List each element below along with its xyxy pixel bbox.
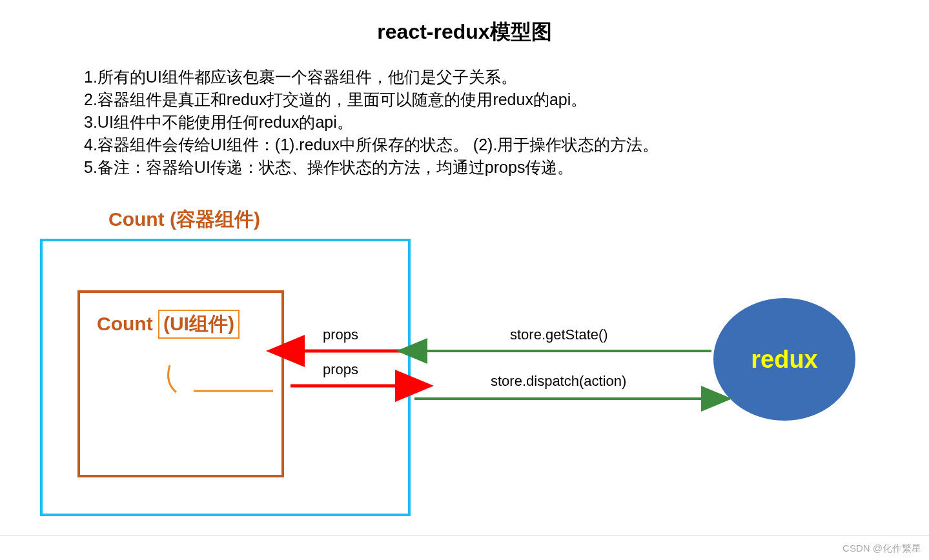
redux-node: redux — [713, 298, 855, 421]
note-4: 4.容器组件会传给UI组件：(1).redux中所保存的状态。 (2).用于操作… — [84, 134, 929, 156]
note-3: 3.UI组件中不能使用任何redux的api。 — [84, 111, 929, 134]
diagram-title: react-redux模型图 — [0, 0, 929, 46]
ui-label-part1: Count — [97, 313, 158, 334]
watermark-text: CSDN @化作繁星 — [842, 543, 921, 555]
hand-scribble-icon — [158, 360, 274, 399]
ui-component-label: Count (UI组件) — [97, 310, 240, 339]
redux-label: redux — [751, 346, 817, 374]
notes-list: 1.所有的UI组件都应该包裹一个容器组件，他们是父子关系。 2.容器组件是真正和… — [84, 66, 929, 179]
note-2: 2.容器组件是真正和redux打交道的，里面可以随意的使用redux的api。 — [84, 88, 929, 111]
note-1: 1.所有的UI组件都应该包裹一个容器组件，他们是父子关系。 — [84, 66, 929, 88]
note-5: 5.备注：容器给UI传递：状态、操作状态的方法，均通过props传递。 — [84, 156, 929, 179]
container-component-label: Count (容器组件) — [108, 206, 260, 233]
divider-line — [0, 535, 929, 535]
get-state-label: store.getState() — [510, 326, 608, 343]
props-label-top: props — [323, 326, 358, 343]
ui-label-part2: (UI组件) — [158, 310, 240, 339]
dispatch-label: store.dispatch(action) — [491, 373, 626, 390]
props-label-bottom: props — [323, 361, 358, 378]
